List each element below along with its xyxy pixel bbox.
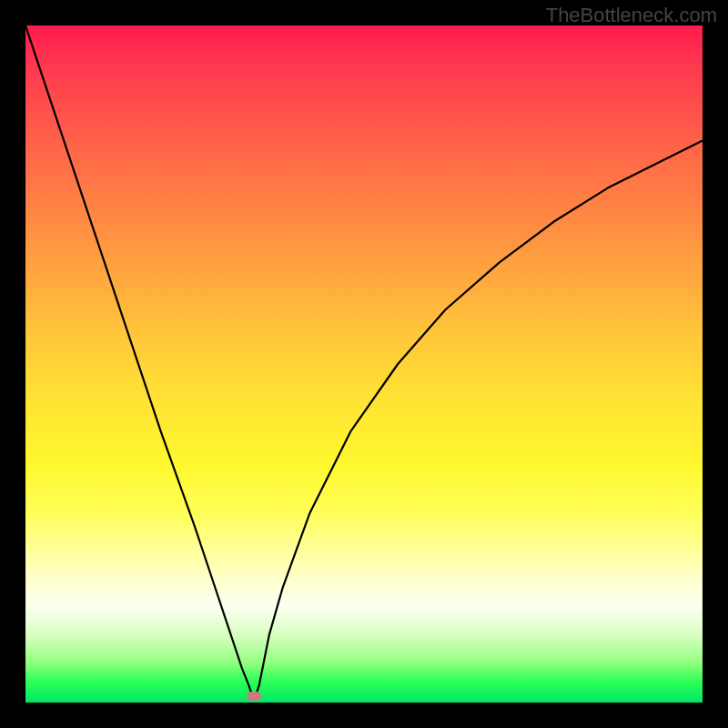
optimal-point-marker <box>247 692 261 701</box>
bottleneck-curve <box>25 25 703 703</box>
watermark-text: TheBottleneck.com <box>546 4 717 27</box>
chart-container: TheBottleneck.com <box>0 0 728 728</box>
plot-area <box>25 25 703 703</box>
